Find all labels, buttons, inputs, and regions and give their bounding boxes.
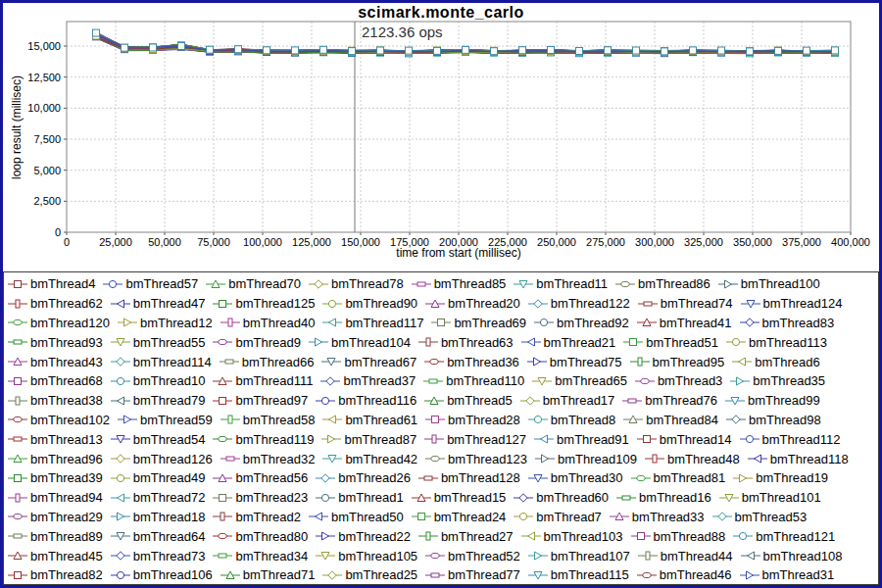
legend-item: bmThread40 xyxy=(220,314,316,333)
legend-item: bmThread66 xyxy=(220,352,315,371)
legend-marker-triangle-down-icon xyxy=(111,336,130,348)
legend-item-label: bmThread50 xyxy=(331,510,404,524)
data-point-marker xyxy=(122,44,128,51)
legend-item: bmThread104 xyxy=(309,332,411,352)
y-tick-label: 7,500 xyxy=(33,133,61,145)
legend-marker-circle-icon xyxy=(111,375,130,387)
legend-marker-ellipse-h-icon xyxy=(631,472,651,484)
legend-marker-triangle-left-icon xyxy=(521,530,541,542)
legend-item-label: bmThread83 xyxy=(762,316,835,330)
throughput-annotation: 2123.36 ops xyxy=(362,24,443,40)
data-point-marker xyxy=(690,47,697,54)
legend-item-label: bmThread15 xyxy=(434,490,507,505)
data-point-marker xyxy=(406,47,413,54)
chart-title: scimark.monte_carlo xyxy=(3,4,879,22)
legend-item-label: bmThread104 xyxy=(331,335,411,350)
legend-item-label: bmThread90 xyxy=(345,296,417,311)
data-point-marker xyxy=(377,47,384,54)
legend-marker-circle-icon xyxy=(111,472,130,484)
legend-marker-triangle-up-icon xyxy=(220,569,240,581)
legend-marker-rect-h-icon xyxy=(220,356,239,368)
legend-marker-rect-h-icon xyxy=(616,492,636,504)
legend-marker-triangle-right-icon xyxy=(321,433,341,445)
legend-marker-ellipse-h-icon xyxy=(637,569,657,581)
legend-item-label: bmThread60 xyxy=(536,490,609,505)
legend-item-label: bmThread30 xyxy=(551,470,623,485)
data-point-marker xyxy=(804,47,810,54)
legend-item: bmThread11 xyxy=(514,274,608,294)
legend-item-label: bmThread108 xyxy=(763,549,843,564)
legend-item-label: bmThread55 xyxy=(133,335,206,350)
legend-item: bmThread85 xyxy=(412,274,507,294)
legend-item-label: bmThread120 xyxy=(30,316,110,330)
legend-item: bmThread71 xyxy=(220,565,316,585)
legend-item-label: bmThread100 xyxy=(741,276,820,291)
legend-marker-circle-icon xyxy=(316,395,335,407)
legend-item: bmThread29 xyxy=(8,508,103,527)
legend-item: bmThread15 xyxy=(412,488,507,508)
legend-item: bmThread1 xyxy=(316,488,403,508)
y-tick-label: 0 xyxy=(55,226,61,238)
legend-item: bmThread68 xyxy=(8,371,103,391)
legend-item-label: bmThread48 xyxy=(667,452,740,466)
legend-item: bmThread5 xyxy=(424,391,512,411)
legend-item-label: bmThread53 xyxy=(735,510,808,524)
legend-item-label: bmThread31 xyxy=(762,567,835,582)
legend-item: bmThread33 xyxy=(610,508,705,527)
data-point-marker xyxy=(548,47,555,54)
legend-item: bmThread125 xyxy=(213,294,315,314)
legend-item-label: bmThread49 xyxy=(133,470,206,485)
legend-item: bmThread110 xyxy=(423,371,524,391)
data-point-marker xyxy=(434,47,441,54)
legend-item-label: bmThread121 xyxy=(756,529,835,544)
legend-item: bmThread38 xyxy=(8,391,103,411)
legend-item-label: bmThread102 xyxy=(30,413,110,427)
legend-marker-diamond-icon xyxy=(520,395,540,407)
data-point-marker xyxy=(491,48,498,55)
legend-item-label: bmThread61 xyxy=(345,413,417,427)
legend-item-label: bmThread4 xyxy=(30,276,95,291)
legend-item: bmThread105 xyxy=(316,546,417,565)
legend-item-label: bmThread32 xyxy=(243,452,316,466)
legend-item-label: bmThread127 xyxy=(447,432,526,447)
legend-item-label: bmThread98 xyxy=(749,413,821,427)
legend-item: bmThread3 xyxy=(635,371,722,391)
legend-item-label: bmThread40 xyxy=(243,316,316,330)
legend-item: bmThread98 xyxy=(726,411,821,430)
legend-marker-circle-icon xyxy=(733,530,753,542)
legend-item-label: bmThread117 xyxy=(345,316,423,330)
legend-item: bmThread91 xyxy=(534,429,629,449)
plot-area[interactable]: 025,00050,00075,000100,000125,000150,000… xyxy=(3,3,879,271)
legend-item-label: bmThread38 xyxy=(30,393,103,408)
legend-item-label: bmThread128 xyxy=(441,470,520,485)
legend-marker-diamond-icon xyxy=(528,298,548,310)
legend-item: bmThread52 xyxy=(425,546,520,565)
legend-item: bmThread70 xyxy=(206,274,301,294)
legend-marker-ellipse-h-icon xyxy=(635,375,655,387)
chart-panel[interactable]: 025,00050,00075,000100,000125,000150,000… xyxy=(3,3,879,271)
legend-item-label: bmThread14 xyxy=(660,432,732,447)
legend-marker-triangle-right-icon xyxy=(309,336,328,348)
legend-item: bmThread89 xyxy=(8,526,103,546)
legend-marker-diamond-icon xyxy=(726,414,746,425)
legend-item-label: bmThread93 xyxy=(30,335,103,350)
legend-item: bmThread112 xyxy=(740,429,841,449)
legend-item: bmThread17 xyxy=(520,391,615,411)
legend-item-label: bmThread82 xyxy=(30,567,103,582)
legend-item: bmThread59 xyxy=(118,411,213,430)
legend-item: bmThread82 xyxy=(8,565,103,585)
legend-marker-triangle-down-icon xyxy=(528,472,548,484)
legend-item-label: bmThread51 xyxy=(646,335,718,350)
legend-item-label: bmThread37 xyxy=(343,373,416,388)
legend-marker-triangle-left-icon xyxy=(111,395,130,407)
legend-marker-triangle-up-icon xyxy=(412,492,431,504)
legend-item: bmThread106 xyxy=(111,565,213,585)
y-tick-label: 12,500 xyxy=(27,72,61,83)
legend-item: bmThread96 xyxy=(8,449,103,468)
legend-item-label: bmThread52 xyxy=(448,549,520,564)
legend-item: bmThread100 xyxy=(718,274,820,294)
legend-item-label: bmThread110 xyxy=(446,373,524,388)
legend-item-label: bmThread92 xyxy=(557,316,629,330)
y-axis-title: loop result (millisec) xyxy=(10,75,24,179)
legend-item: bmThread126 xyxy=(111,449,213,468)
